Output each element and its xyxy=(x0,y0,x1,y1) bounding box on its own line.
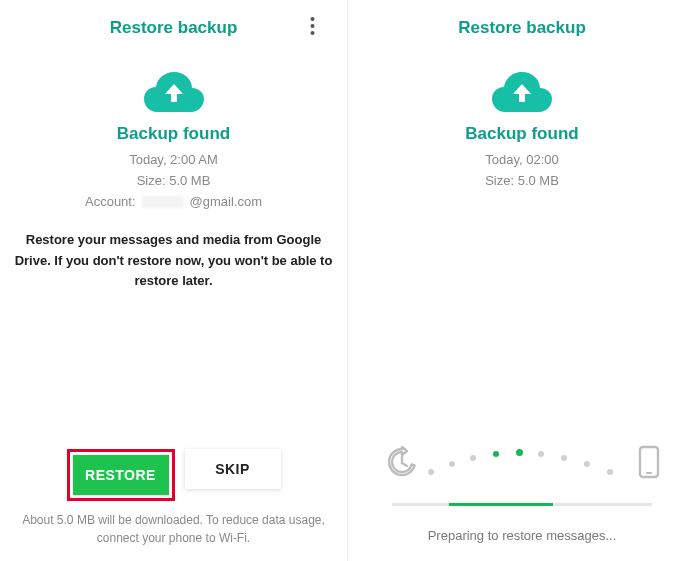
page-title: Restore backup xyxy=(110,18,238,38)
backup-found-heading: Backup found xyxy=(465,124,578,144)
transfer-dots xyxy=(424,447,632,481)
cloud-upload-icon xyxy=(144,70,204,112)
skip-button[interactable]: SKIP xyxy=(185,449,281,489)
restore-backup-screen-initial: Restore backup Backup found Today, 2:00 … xyxy=(0,0,348,561)
backup-account-line: Account: @gmail.com xyxy=(85,192,262,213)
header: Restore backup xyxy=(0,0,347,62)
svg-rect-4 xyxy=(646,472,652,474)
transfer-illustration xyxy=(348,445,696,483)
page-title: Restore backup xyxy=(458,18,586,38)
phone-icon xyxy=(638,445,660,483)
restore-button[interactable]: RESTORE xyxy=(73,455,169,495)
backup-time: Today, 02:00 xyxy=(485,150,559,171)
highlight-frame: RESTORE xyxy=(67,449,175,501)
backup-meta: Today, 2:00 AM Size: 5.0 MB Account: @gm… xyxy=(85,150,262,212)
bottom-section: Preparing to restore messages... xyxy=(348,445,696,543)
backup-size: Size: 5.0 MB xyxy=(85,171,262,192)
backup-time: Today, 2:00 AM xyxy=(85,150,262,171)
overflow-menu-icon[interactable] xyxy=(310,16,315,36)
download-note: About 5.0 MB will be downloaded. To redu… xyxy=(0,511,347,547)
progress-bar xyxy=(392,503,652,506)
progress-fill xyxy=(449,503,553,506)
backup-size: Size: 5.0 MB xyxy=(485,171,559,192)
account-label: Account: xyxy=(85,192,136,213)
restore-backup-screen-progress: Restore backup Backup found Today, 02:00… xyxy=(348,0,696,561)
cloud-upload-icon xyxy=(492,70,552,112)
restore-description: Restore your messages and media from Goo… xyxy=(0,230,347,290)
svg-point-2 xyxy=(311,31,315,35)
backup-meta: Today, 02:00 Size: 5.0 MB xyxy=(485,150,559,192)
svg-point-1 xyxy=(311,24,315,28)
button-row: RESTORE SKIP xyxy=(67,449,281,501)
preparing-status: Preparing to restore messages... xyxy=(428,528,617,543)
history-icon xyxy=(384,445,418,483)
svg-point-0 xyxy=(311,17,315,21)
header: Restore backup xyxy=(348,0,696,62)
account-domain: @gmail.com xyxy=(190,192,262,213)
backup-found-heading: Backup found xyxy=(117,124,230,144)
account-redacted xyxy=(142,196,184,208)
bottom-section: RESTORE SKIP About 5.0 MB will be downlo… xyxy=(0,449,347,547)
